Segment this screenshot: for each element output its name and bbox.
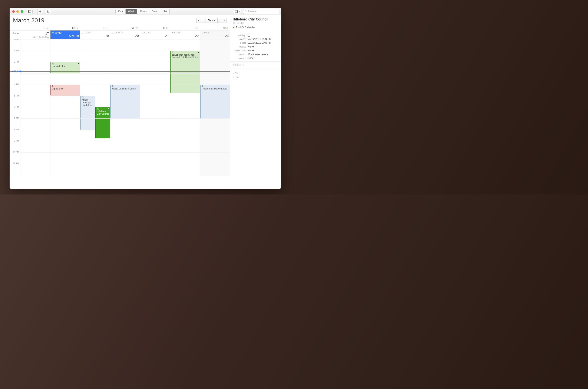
nav-today[interactable]: Today	[206, 18, 218, 23]
field-repeat[interactable]: repeat:None	[233, 45, 278, 49]
weather-icon: 71°/45°	[52, 32, 79, 34]
day-col-1[interactable]: 71°/45° Mar 18	[50, 31, 80, 39]
inspector-pane: Hillsboro City Council Location Justin's…	[230, 15, 281, 189]
event-title[interactable]: Hillsboro City Council	[233, 17, 278, 21]
calendar-header: March 2019 ‹ ‹ Today › ›	[10, 15, 230, 25]
bell-icon: ▲	[108, 108, 109, 110]
day-col-2[interactable]: ☁ 71°/45° 19	[80, 31, 110, 39]
day-grid-col-3[interactable]: 4p Maple Leafs @ Sabres	[110, 39, 140, 176]
event-location[interactable]: Location	[233, 22, 278, 25]
event-block[interactable]: 5p Maple Leafs @ Predators	[80, 96, 95, 130]
inspector-toggle[interactable]: ▾	[233, 9, 241, 14]
event-block[interactable]: 6p▲ Hillsboro City Council	[95, 107, 110, 138]
time-label: noon	[10, 39, 20, 40]
location-icon	[233, 22, 235, 25]
event-calendar[interactable]: Justin's Calendar	[233, 26, 278, 29]
search-icon	[245, 10, 247, 13]
view-year[interactable]: Year	[150, 9, 160, 14]
bell-icon: ▲	[197, 51, 199, 53]
view-week[interactable]: Week	[126, 9, 137, 14]
day-col-4[interactable]: ☁ 61°/43° 21	[140, 31, 170, 39]
weather-icon: ☁ 71°/45°	[82, 32, 109, 34]
weekday-tue: TUE	[80, 25, 110, 31]
calendar-window: 1 Day Week Month Year List ▾ Search Marc…	[10, 8, 281, 189]
day-grid-col-0[interactable]	[20, 39, 50, 176]
weather-icon: ☁ 70°/46° ○	[112, 32, 139, 34]
day-col-6[interactable]: ☁ 59°/37° 23	[200, 31, 230, 39]
view-list[interactable]: List	[160, 9, 170, 14]
weekday-sun: SUN	[20, 25, 50, 31]
day-col-0[interactable]: 17 St. Patrick's Day	[20, 31, 50, 39]
allday-label: all-day	[10, 31, 20, 39]
zoom-icon[interactable]	[21, 10, 23, 13]
field-alarm2[interactable]: alarm:None	[233, 56, 278, 60]
nav-next-day[interactable]: ›	[218, 18, 222, 23]
downloads-button[interactable]: 1	[45, 9, 52, 14]
search-placeholder: Search	[248, 10, 256, 13]
minimize-icon[interactable]	[16, 10, 19, 13]
view-month[interactable]: Month	[137, 9, 150, 14]
cal-color-dot	[233, 27, 235, 28]
weekday-thu: THU	[140, 25, 170, 31]
event-block[interactable]: 1p▲ coworking/ happy hourPortland, OR, U…	[170, 51, 200, 93]
weather-icon: ☁ 59°/37°	[201, 32, 229, 34]
field-starts[interactable]: starts:03/19/ 2019 6:00 PM	[233, 37, 278, 41]
grid[interactable]: noon1 PM2 PM4 PM5 PM6 PM7 PM8 PM9 PM10 P…	[10, 39, 230, 189]
notes-field[interactable]: Notes	[233, 75, 278, 80]
bell-icon: ▲	[78, 63, 80, 65]
add-button[interactable]	[37, 9, 43, 14]
time-label: 5 PM	[10, 95, 20, 97]
weekday-wed: WED	[110, 25, 140, 31]
now-indicator: 2:50 PM	[10, 71, 230, 72]
weather-icon: 🌧 54°/44°	[172, 32, 199, 34]
allday-checkbox[interactable]	[248, 34, 250, 37]
weekday-row: SUN MON TUE WED THU FRI SAT	[10, 25, 230, 31]
event-block[interactable]: 4p Rangers @ Maple Leafs	[200, 85, 230, 118]
calendar-pane: March 2019 ‹ ‹ Today › › SUN MON TUE WED…	[10, 15, 230, 189]
day-grid-col-4[interactable]	[140, 39, 170, 176]
svg-rect-1	[28, 10, 29, 13]
weekday-fri: FRI	[170, 25, 200, 31]
svg-rect-3	[237, 10, 238, 13]
downloads-count: 1	[49, 10, 51, 13]
attendees-field[interactable]: Attendees	[233, 63, 278, 67]
field-ends[interactable]: ends:03/19/ 2019 8:45 PM	[233, 41, 278, 45]
nav-prev-week[interactable]: ‹	[196, 18, 201, 23]
nav-next-week[interactable]: ›	[222, 18, 227, 23]
time-label: 6 PM	[10, 106, 20, 108]
svg-point-4	[245, 10, 246, 12]
week-nav: ‹ ‹ Today › ›	[196, 18, 227, 23]
svg-point-5	[52, 32, 54, 33]
page-title: March 2019	[13, 17, 44, 24]
field-allday[interactable]: all-day:	[233, 33, 278, 37]
field-travel[interactable]: travel time:None	[233, 49, 278, 52]
window-controls	[11, 10, 25, 13]
time-label: 9 PM	[10, 140, 20, 142]
view-day[interactable]: Day	[115, 9, 125, 14]
day-col-5[interactable]: 🌧 54°/44° 22	[170, 31, 200, 39]
close-icon[interactable]	[12, 10, 15, 13]
event-block[interactable]: 4p Maple Leafs @ Sabres	[110, 85, 140, 118]
day-col-3[interactable]: ☁ 70°/46° ○ 20	[110, 31, 140, 39]
allday-row: all-day 17 St. Patrick's Day 71°/45° Mar…	[10, 31, 230, 39]
day-grid-col-5[interactable]: 1p▲ coworking/ happy hourPortland, OR, U…	[170, 39, 200, 176]
time-label: 7 PM	[10, 117, 20, 120]
weather-icon: ☁ 61°/43°	[142, 32, 169, 34]
url-field[interactable]: URL	[233, 70, 278, 75]
time-label: 2 PM	[10, 61, 20, 63]
nav-prev-day[interactable]: ‹	[201, 18, 206, 23]
weekday-sat: SAT	[200, 25, 230, 31]
search-input[interactable]: Search	[243, 9, 279, 14]
time-label: 8 PM	[10, 129, 20, 131]
field-alarm1[interactable]: alarm:10 minutes before	[233, 52, 278, 56]
time-label: 10 PM	[10, 151, 20, 153]
view-segmented: Day Week Month Year List	[115, 9, 170, 14]
day-grid-col-2[interactable]: 5p Maple Leafs @ Predators 6p▲ Hillsboro…	[80, 39, 110, 176]
day-grid-col-1[interactable]: 2p▲ car to dealer 4p signal shift	[50, 39, 80, 176]
sidebar-toggle[interactable]	[27, 9, 32, 14]
time-label: 11 PM	[10, 162, 20, 165]
toolbar: 1 Day Week Month Year List ▾ Search	[10, 8, 281, 15]
time-label: 1 PM	[10, 49, 20, 52]
day-grid-col-6[interactable]: 4p Rangers @ Maple Leafs	[200, 39, 230, 176]
event-block[interactable]: 4p signal shift	[51, 85, 80, 96]
